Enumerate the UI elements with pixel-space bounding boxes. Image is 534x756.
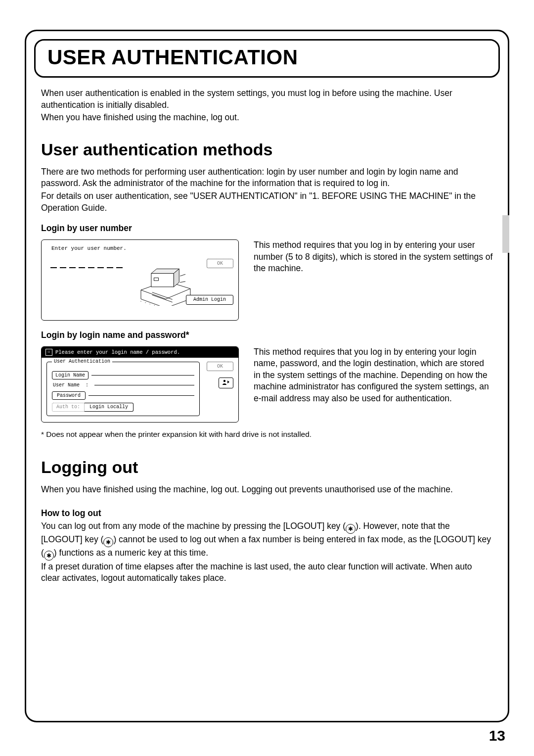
figure-login-name-panel: ☐ Please enter your login name / passwor…	[41, 346, 239, 423]
method2-heading: Login by login name and password*	[41, 330, 493, 341]
fig2-header: ☐ Please enter your login name / passwor…	[42, 347, 238, 358]
auth-methods-desc-1: There are two methods for performing use…	[41, 166, 493, 189]
user-select-icon[interactable]	[219, 378, 233, 388]
method2-explain: This method requires that you log in by …	[254, 346, 493, 405]
login-dialog-icon: ☐	[45, 349, 52, 356]
password-field[interactable]: Password	[52, 391, 86, 400]
intro-paragraph-1: When user authentication is enabled in t…	[41, 88, 493, 111]
fig1-admin-login-button[interactable]: Admin Login	[186, 295, 233, 305]
section-auth-methods-title: User authentication methods	[41, 139, 493, 161]
method2-row: ☐ Please enter your login name / passwor…	[41, 346, 493, 423]
method1-row: Enter your user number.	[41, 239, 493, 321]
content-area: When user authentication is enabled in t…	[26, 88, 508, 584]
fig1-prompt: Enter your user number.	[51, 245, 232, 252]
password-line	[89, 395, 194, 396]
logout-body: How to log out You can log out from any …	[41, 508, 493, 584]
logout-key-icon: ✱	[346, 524, 356, 534]
logout-intro: When you have finished using the machine…	[41, 484, 493, 496]
user-number-placeholders	[50, 267, 123, 306]
auth-methods-desc-2: For details on user authentication, see …	[41, 190, 493, 214]
login-name-field[interactable]: Login Name	[52, 371, 89, 380]
svg-point-10	[223, 379, 225, 381]
page-title: USER AUTHENTICATION	[47, 46, 487, 69]
figure-user-number-panel: Enter your user number.	[41, 239, 239, 321]
method1-explain: This method requires that you log in by …	[254, 239, 493, 275]
user-name-line	[94, 385, 194, 385]
footnote: * Does not appear when the printer expan…	[41, 429, 493, 440]
printer-illustration-icon	[138, 256, 193, 306]
auth-to-label: Auth to:	[52, 403, 85, 412]
method1-heading: Login by user number	[41, 223, 493, 235]
page-number: 13	[489, 727, 505, 744]
svg-point-4	[140, 301, 141, 301]
user-name-label: User Name :	[52, 381, 91, 389]
user-auth-groupbox: User Authentication Login Name User Name…	[46, 362, 200, 416]
svg-rect-0	[151, 273, 174, 286]
section-tab	[502, 215, 509, 253]
section-logout-title: Logging out	[41, 456, 493, 479]
svg-point-7	[154, 305, 155, 305]
svg-point-5	[145, 302, 146, 303]
login-name-line	[91, 375, 194, 376]
logout-key-icon: ✱	[103, 537, 113, 547]
howto-paragraph-2: If a preset duration of time elapses aft…	[41, 561, 493, 584]
fig1-ok-button[interactable]: OK	[207, 259, 233, 269]
fig2-header-text: Please enter your login name / password.	[55, 349, 180, 356]
howto-heading: How to log out	[41, 508, 493, 520]
svg-point-6	[150, 304, 150, 304]
auth-to-value: Login Locally	[85, 403, 134, 412]
page-title-box: USER AUTHENTICATION	[34, 39, 500, 78]
fig2-ok-button[interactable]: OK	[207, 362, 233, 372]
auth-to-row[interactable]: Auth to: Login Locally	[52, 403, 194, 412]
page-frame: USER AUTHENTICATION When user authentica…	[25, 30, 509, 722]
howto-paragraph-1: You can log out from any mode of the mac…	[41, 520, 493, 561]
logout-key-icon: ✱	[44, 551, 54, 561]
groupbox-legend: User Authentication	[52, 358, 112, 365]
intro-paragraph-2: When you have finished using the machine…	[41, 112, 493, 124]
